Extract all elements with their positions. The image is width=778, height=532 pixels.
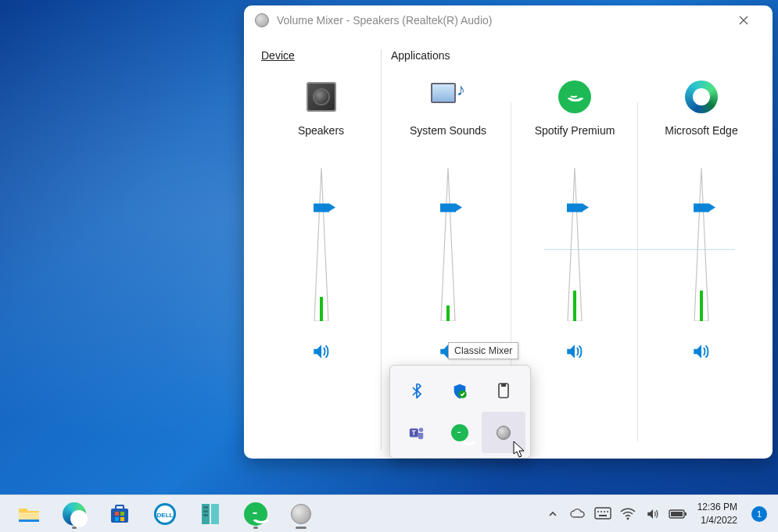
teams-icon[interactable]: T [395,412,439,453]
spotify-mute-button[interactable] [563,340,586,363]
channel-label: Speakers [298,124,344,137]
svg-rect-11 [19,520,39,522]
spotify-slider[interactable] [558,168,592,321]
svg-rect-31 [599,515,607,516]
channel-label: Microsoft Edge [665,124,737,137]
battery-icon[interactable] [668,504,688,524]
window-titlebar[interactable]: Volume Mixer - Speakers (Realtek(R) Audi… [244,5,773,35]
taskbar-time: 12:36 PM [697,501,737,513]
spotify-taskbar-icon[interactable] [240,498,271,530]
svg-rect-12 [111,509,128,523]
file-explorer-icon[interactable] [13,498,45,530]
volume-mixer-tray-icon[interactable] [482,412,525,453]
device-section-label: Device [261,49,295,62]
taskbar: DELL 12:36 PM 1/4/2022 1 [0,495,778,532]
svg-point-30 [607,511,608,512]
svg-point-27 [597,511,599,512]
svg-rect-26 [595,508,611,519]
svg-text:T: T [412,429,416,436]
input-method-icon[interactable] [593,504,613,524]
svg-rect-25 [203,514,208,516]
svg-rect-23 [203,506,208,509]
svg-rect-13 [116,505,124,509]
svg-rect-15 [120,512,124,516]
close-button[interactable] [726,9,762,32]
bluetooth-icon[interactable] [395,370,439,412]
svg-rect-17 [120,517,124,521]
taskbar-date: 1/4/2022 [697,514,737,527]
spotify-tray-icon[interactable] [439,412,482,453]
security-icon[interactable] [439,370,482,412]
spotify-icon[interactable] [557,79,593,115]
edge-taskbar-icon[interactable] [59,498,90,530]
edge-slider[interactable] [684,168,719,321]
edge-channel: Microsoft Edge [638,73,765,451]
channel-label: Spotify Premium [535,124,615,137]
svg-point-32 [626,517,629,520]
svg-rect-22 [211,504,219,524]
svg-point-9 [419,427,424,432]
svg-rect-6 [501,384,506,387]
speakers-device-icon[interactable] [303,79,339,115]
edge-mute-button[interactable] [690,340,713,363]
volume-mixer-taskbar-icon[interactable] [285,498,317,530]
svg-point-28 [601,511,602,512]
microsoft-store-icon[interactable] [104,498,135,530]
device-section: Device Speakers [261,49,382,451]
svg-rect-34 [685,512,687,516]
svg-marker-1 [441,168,455,321]
system-tray-overflow: T [389,365,531,459]
applications-section-label: Applications [385,49,765,62]
svg-text:DELL: DELL [157,512,174,519]
server-manager-icon[interactable] [195,498,226,530]
svg-point-29 [604,511,605,512]
svg-rect-24 [203,510,208,512]
window-title: Volume Mixer - Speakers (Realtek(R) Audi… [277,14,492,27]
onedrive-icon[interactable] [568,504,588,524]
tray-overflow-chevron-icon[interactable] [543,504,563,524]
volume-icon[interactable] [643,504,663,524]
edge-icon[interactable] [683,79,719,115]
system-sounds-icon[interactable]: ♪ [430,79,466,115]
svg-rect-35 [671,512,683,516]
taskbar-clock[interactable]: 12:36 PM 1/4/2022 [693,501,742,526]
svg-rect-16 [115,517,119,521]
system-sounds-slider[interactable] [431,168,465,321]
tray-tooltip: Classic Mixer [448,342,518,359]
volume-mixer-icon [255,13,269,27]
svg-rect-14 [115,512,119,516]
notification-badge[interactable]: 1 [751,506,767,522]
dell-icon[interactable]: DELL [149,498,181,530]
device-mute-button[interactable] [310,340,333,363]
wifi-icon[interactable] [618,504,638,524]
channel-label: System Sounds [410,124,486,137]
device-volume-slider[interactable] [304,168,339,321]
eject-media-icon[interactable] [482,370,525,412]
